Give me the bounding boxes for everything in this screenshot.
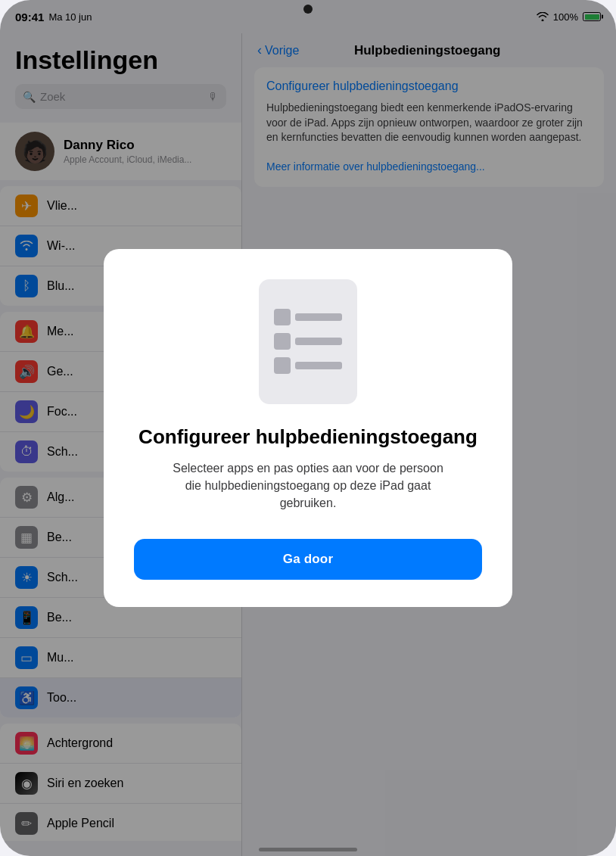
modal-description: Selecteer apps en pas opties aan voor de… — [164, 459, 452, 512]
illustration-square-1 — [274, 309, 291, 325]
illustration-row-3 — [274, 357, 342, 374]
modal-overlay: Configureer hulpbedieningstoegang Select… — [0, 0, 616, 856]
modal-continue-button[interactable]: Ga door — [134, 539, 482, 580]
illustration-row-2 — [274, 333, 342, 350]
modal-dialog: Configureer hulpbedieningstoegang Select… — [104, 249, 512, 608]
illustration-line-1 — [295, 313, 342, 321]
modal-title: Configureer hulpbedieningstoegang — [138, 425, 478, 449]
modal-illustration — [259, 279, 357, 404]
illustration-square-2 — [274, 333, 291, 350]
illustration-line-2 — [295, 338, 342, 345]
illustration-square-3 — [274, 357, 291, 374]
illustration-row-1 — [274, 309, 342, 325]
illustration-line-3 — [295, 362, 342, 369]
